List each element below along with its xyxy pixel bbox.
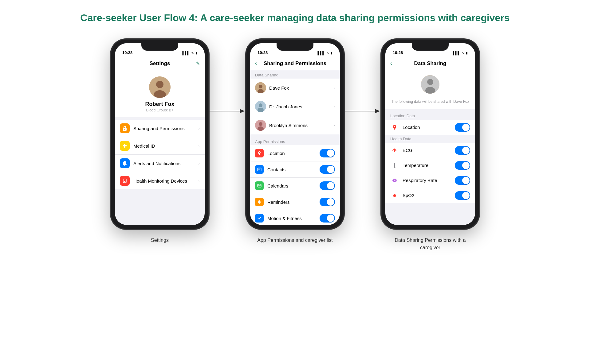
- phone2-permissions-list: Location Co: [250, 145, 340, 225]
- perm-contacts-toggle[interactable]: [320, 165, 335, 174]
- phone2-time: 10:28: [258, 50, 268, 55]
- phone2-home-indicator: [280, 226, 310, 227]
- phone3-dave-avatar: [421, 75, 439, 94]
- jacob-avatar: [255, 101, 266, 112]
- phone2-data-sharing-header: Data Sharing: [250, 70, 340, 79]
- arrow1: [209, 39, 246, 116]
- settings-health-label: Health Monitoring Devices: [133, 178, 195, 184]
- wifi-icon3: ∿: [462, 51, 464, 55]
- perm-calendars-icon: [255, 181, 264, 190]
- settings-sharing-label: Sharing and Permissions: [133, 126, 195, 131]
- data-resp-label: Respiratory Rate: [403, 178, 451, 183]
- perm-location-toggle[interactable]: [320, 149, 335, 157]
- phone2-status-icons: ▌▌▌ ∿ ▮: [318, 51, 332, 55]
- data-ecg-toggle[interactable]: [455, 146, 470, 155]
- data-location-toggle[interactable]: [455, 123, 470, 132]
- phone1-frame: 10:28 ▌▌▌ ∿ ▮ Settings ✎: [111, 39, 209, 229]
- data-ecg-label: ECG: [403, 148, 451, 153]
- phone1-notch: [141, 43, 178, 51]
- dave-name: Dave Fox: [269, 85, 330, 91]
- alerts-chevron: ›: [198, 161, 200, 166]
- phone1-col: 10:28 ▌▌▌ ∿ ▮ Settings ✎: [111, 39, 209, 244]
- signal-icon2: ▌▌▌: [318, 51, 325, 55]
- svg-point-14: [259, 85, 262, 88]
- phone3-nav-title: Data Sharing: [414, 60, 446, 67]
- dave-chevron: ›: [333, 85, 335, 90]
- perm-contacts-label: Contacts: [267, 167, 316, 172]
- phone1-settings-list: Sharing and Permissions › Medic: [115, 120, 205, 189]
- health-chevron: ›: [198, 178, 200, 183]
- svg-point-29: [259, 203, 260, 204]
- svg-marker-33: [375, 109, 380, 113]
- phone3-content: The following data will be shared with D…: [385, 70, 475, 225]
- data-location[interactable]: Location: [385, 120, 475, 135]
- wifi-icon2: ∿: [326, 51, 329, 55]
- battery-icon: ▮: [195, 51, 197, 55]
- phone2-notch: [277, 43, 313, 51]
- brooklyn-chevron: ›: [333, 123, 335, 128]
- phone2-frame: 10:28 ▌▌▌ ∿ ▮ ‹ Sharing and Permissions …: [246, 39, 344, 229]
- settings-item-health[interactable]: Health Monitoring Devices ›: [115, 172, 205, 189]
- phone3-health-items: ECG Temperature: [385, 143, 475, 203]
- phone1-profile-name: Robert Fox: [145, 101, 174, 107]
- data-resp[interactable]: Respiratory Rate: [385, 173, 475, 188]
- phone3-status-icons: ▌▌▌ ∿ ▮: [453, 51, 468, 55]
- data-temp[interactable]: Temperature: [385, 158, 475, 173]
- perm-reminders-toggle[interactable]: [320, 198, 335, 206]
- phone2-app-permissions-header: App Permissions: [250, 137, 340, 145]
- svg-rect-6: [123, 145, 127, 146]
- perm-calendars-toggle[interactable]: [320, 181, 335, 190]
- perm-contacts-icon: [255, 165, 264, 174]
- perm-fitness-toggle[interactable]: [320, 214, 335, 223]
- phone3-frame: 10:28 ▌▌▌ ∿ ▮ ‹ Data Sharing: [381, 39, 479, 229]
- data-temp-toggle[interactable]: [455, 161, 470, 170]
- settings-alerts-label: Alerts and Notifications: [133, 161, 195, 166]
- brooklyn-avatar: [255, 120, 266, 131]
- perm-location[interactable]: Location: [250, 145, 340, 161]
- data-temp-icon: [390, 161, 399, 170]
- settings-medical-label: Medical ID: [133, 143, 195, 149]
- perm-contacts[interactable]: Contacts: [250, 161, 340, 178]
- data-spo2[interactable]: SpO2: [385, 188, 475, 203]
- data-spo2-toggle[interactable]: [455, 191, 470, 200]
- data-resp-toggle[interactable]: [455, 176, 470, 185]
- caregiver-brooklyn[interactable]: Brooklyn Simmons ›: [250, 116, 340, 134]
- settings-item-sharing[interactable]: Sharing and Permissions ›: [115, 120, 205, 137]
- perm-fitness-icon: [255, 214, 264, 223]
- perm-reminders[interactable]: Reminders: [250, 194, 340, 210]
- data-ecg-icon: [390, 146, 399, 155]
- settings-item-alerts[interactable]: Alerts and Notifications ›: [115, 155, 205, 172]
- signal-icon: ▌▌▌: [183, 51, 190, 55]
- phone3-health-header: Health Data: [385, 135, 475, 143]
- medical-icon: [120, 141, 130, 151]
- phone2-nav-title: Sharing and Permissions: [264, 60, 326, 67]
- caregiver-jacob[interactable]: Dr. Jacob Jones ›: [250, 97, 340, 116]
- settings-item-medical[interactable]: Medical ID ›: [115, 137, 205, 155]
- dave-avatar: [255, 82, 266, 93]
- sharing-icon: [120, 123, 130, 133]
- phone2-back-button[interactable]: ‹: [255, 60, 257, 67]
- jacob-name: Dr. Jacob Jones: [269, 104, 330, 109]
- caregiver-dave[interactable]: Dave Fox ›: [250, 79, 340, 97]
- phone3-back-button[interactable]: ‹: [390, 60, 392, 67]
- svg-point-9: [124, 181, 125, 182]
- perm-fitness[interactable]: Motion & Fitness: [250, 210, 340, 225]
- brooklyn-name: Brooklyn Simmons: [269, 123, 330, 128]
- svg-rect-25: [258, 184, 261, 187]
- svg-point-7: [124, 165, 125, 166]
- perm-calendars[interactable]: Calendars: [250, 178, 340, 194]
- sharing-chevron: ›: [198, 126, 200, 131]
- data-ecg[interactable]: ECG: [385, 143, 475, 158]
- phone3-notch: [412, 43, 449, 51]
- jacob-chevron: ›: [333, 104, 335, 109]
- phone1-avatar: [149, 76, 171, 98]
- svg-point-35: [427, 79, 433, 85]
- phone3-screen: 10:28 ▌▌▌ ∿ ▮ ‹ Data Sharing: [385, 43, 475, 225]
- wifi-icon: ∿: [191, 51, 194, 55]
- svg-rect-22: [258, 168, 261, 171]
- svg-point-4: [124, 129, 125, 130]
- svg-point-1: [156, 81, 163, 88]
- phone2-col: 10:28 ▌▌▌ ∿ ▮ ‹ Sharing and Permissions …: [246, 39, 344, 244]
- svg-marker-12: [240, 109, 245, 113]
- phone1-edit-icon[interactable]: ✎: [196, 60, 200, 66]
